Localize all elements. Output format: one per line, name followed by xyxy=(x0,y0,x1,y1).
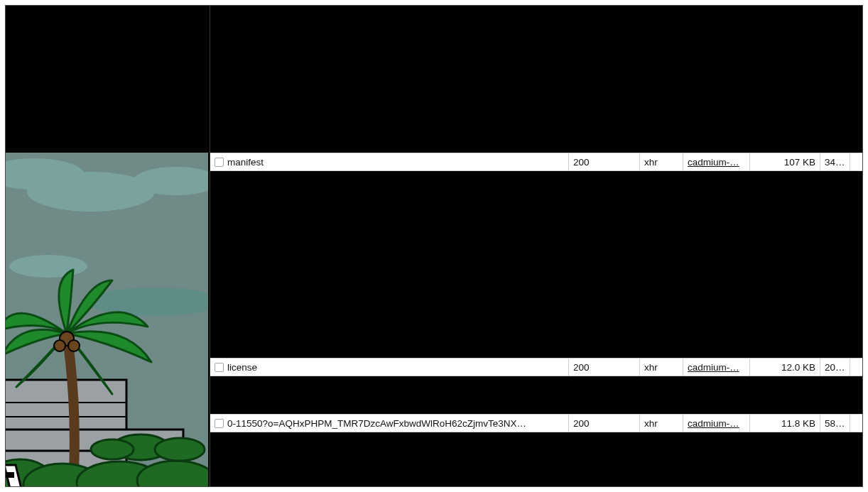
preview-illustration xyxy=(6,153,208,487)
request-name[interactable]: manifest xyxy=(227,157,264,168)
network-row[interactable]: license 200 xhr cadmium-… 12.0 KB 20… xyxy=(210,358,862,376)
network-log-pane: manifest 200 xhr cadmium-… 107 KB 34… li… xyxy=(210,6,862,486)
network-row[interactable]: 0-11550?o=AQHxPHPM_TMR7DzcAwFxbwdWlRoH62… xyxy=(210,414,862,432)
cell-initiator: cadmium-… xyxy=(683,359,750,376)
cell-type: xhr xyxy=(640,415,683,432)
cell-time: 34… xyxy=(820,153,850,170)
cell-type: xhr xyxy=(640,153,683,170)
cell-status: 200 xyxy=(569,153,640,170)
video-preview-pane xyxy=(6,153,208,487)
svg-point-11 xyxy=(54,340,65,351)
row-checkbox[interactable] xyxy=(215,158,224,167)
cell-status: 200 xyxy=(569,359,640,376)
svg-point-19 xyxy=(91,439,134,459)
initiator-link[interactable]: cadmium-… xyxy=(688,362,739,373)
cell-name: license xyxy=(210,359,569,376)
cell-name: 0-11550?o=AQHxPHPM_TMR7DzcAwFxbwdWlRoH62… xyxy=(210,415,569,432)
cell-initiator: cadmium-… xyxy=(683,153,750,170)
cell-waterfall xyxy=(850,153,862,170)
initiator-link[interactable]: cadmium-… xyxy=(688,157,739,168)
cell-time: 58… xyxy=(820,415,850,432)
cell-waterfall xyxy=(850,359,862,376)
request-name[interactable]: license xyxy=(227,362,257,373)
svg-point-5 xyxy=(9,255,87,278)
svg-point-12 xyxy=(68,340,80,351)
network-row[interactable]: manifest 200 xhr cadmium-… 107 KB 34… xyxy=(210,153,862,171)
cell-type: xhr xyxy=(640,359,683,376)
cell-initiator: cadmium-… xyxy=(683,415,750,432)
row-checkbox[interactable] xyxy=(215,419,224,428)
cell-status: 200 xyxy=(569,415,640,432)
cell-name: manifest xyxy=(210,153,569,170)
cell-size: 107 KB xyxy=(750,153,820,170)
row-checkbox[interactable] xyxy=(215,363,224,372)
cell-size: 12.0 KB xyxy=(750,359,820,376)
initiator-link[interactable]: cadmium-… xyxy=(688,418,739,429)
cell-size: 11.8 KB xyxy=(750,415,820,432)
request-name[interactable]: 0-11550?o=AQHxPHPM_TMR7DzcAwFxbwdWlRoH62… xyxy=(227,418,526,429)
cell-time: 20… xyxy=(820,359,850,376)
app-frame: manifest 200 xhr cadmium-… 107 KB 34… li… xyxy=(5,5,863,487)
svg-point-18 xyxy=(155,438,205,461)
cell-waterfall xyxy=(850,415,862,432)
